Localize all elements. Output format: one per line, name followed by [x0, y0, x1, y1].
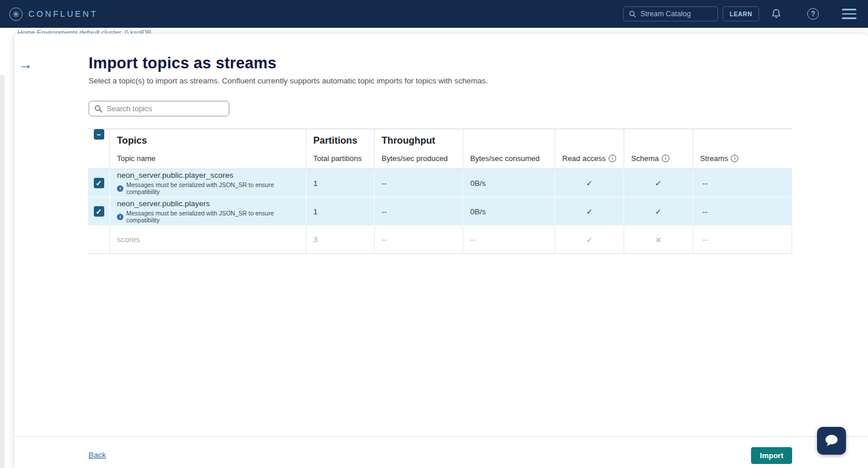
bytes-produced-value: -- [375, 198, 463, 225]
schema-cross-icon: ✕ [624, 226, 693, 253]
partitions-value: 1 [306, 198, 375, 225]
topic-name: scores [117, 235, 140, 244]
hamburger-icon [842, 9, 856, 19]
footer-divider [14, 436, 868, 437]
header-schema: Schemai [624, 129, 693, 169]
stream-catalog-input[interactable] [640, 10, 710, 18]
streams-value: -- [693, 198, 792, 225]
confluent-logo[interactable]: CONFLUENT [9, 8, 98, 21]
topic-name: neon_server.public.players [117, 199, 210, 208]
header-read-access: Read accessi [555, 129, 624, 169]
info-icon[interactable]: i [731, 155, 738, 162]
partitions-value: 3 [306, 226, 375, 253]
page-subtitle: Select a topic(s) to import as streams. … [89, 76, 488, 85]
table-row-scores: scores 3 -- -- ✓ ✕ -- [88, 226, 792, 254]
bell-icon [770, 8, 782, 20]
notifications-button[interactable] [764, 0, 788, 28]
bytes-produced-value: -- [375, 226, 463, 253]
schema-check-icon: ✓ [624, 198, 693, 225]
read-access-check-icon: ✓ [555, 169, 624, 197]
header-throughput-consumed: Bytes/sec consumed [463, 129, 555, 169]
confluent-spark-icon [9, 8, 23, 21]
import-button[interactable]: Import [751, 447, 792, 464]
collapse-panel-arrow-icon[interactable]: → [18, 57, 33, 72]
row-checkbox[interactable]: ✓ [94, 206, 104, 217]
main-menu-button[interactable] [837, 0, 860, 28]
question-icon: ? [807, 8, 819, 20]
empty-checkbox-cell [88, 226, 110, 253]
help-button[interactable]: ? [801, 0, 825, 28]
page-title: Import topics as streams [89, 54, 276, 72]
topics-table: − Topics Topic name Partitions Total par… [88, 129, 792, 254]
streams-value: -- [693, 169, 792, 197]
search-icon [94, 105, 102, 113]
serialization-note: i Messages must be serialized with JSON_… [117, 210, 306, 224]
read-access-check-icon: ✓ [555, 226, 624, 253]
chat-bubble-icon [823, 433, 840, 448]
topic-name: neon_server.public.player_scores [117, 171, 233, 180]
stream-catalog-search[interactable] [623, 6, 718, 21]
select-all-checkbox[interactable]: − [94, 129, 104, 140]
import-topics-panel: → Import topics as streams Select a topi… [14, 34, 868, 468]
schema-check-icon: ✓ [624, 169, 693, 197]
chat-fab-button[interactable] [817, 427, 846, 455]
header-checkbox-cell: − [88, 129, 110, 169]
search-topics-input[interactable] [107, 104, 217, 113]
streams-value: -- [693, 226, 792, 253]
header-partitions: Partitions Total partitions [306, 129, 375, 169]
bytes-consumed-value: 0B/s [463, 169, 555, 197]
learn-button[interactable]: LEARN [723, 6, 759, 21]
info-icon: i [117, 214, 123, 220]
collapsed-sidebar-rail [0, 75, 5, 468]
bytes-consumed-value: 0B/s [463, 198, 555, 225]
info-icon[interactable]: i [609, 155, 616, 162]
bytes-consumed-value: -- [463, 226, 555, 253]
header-topics: Topics Topic name [110, 129, 306, 169]
table-row-players[interactable]: ✓ neon_server.public.players i Messages … [88, 198, 792, 225]
info-icon: i [117, 185, 123, 192]
search-topics-field[interactable] [89, 101, 229, 116]
bytes-produced-value: -- [375, 169, 463, 197]
header-throughput-produced: Throughput Bytes/sec produced [375, 129, 463, 169]
info-icon[interactable]: i [662, 155, 669, 162]
header-streams: Streamsi [693, 129, 792, 169]
read-access-check-icon: ✓ [555, 198, 624, 225]
serialization-note: i Messages must be serialized with JSON_… [117, 181, 306, 195]
top-navbar: CONFLUENT LEARN ? [0, 0, 868, 28]
table-row-player-scores[interactable]: ✓ neon_server.public.player_scores i Mes… [88, 169, 792, 197]
search-icon [629, 10, 636, 18]
brand-name: CONFLUENT [28, 9, 98, 19]
back-link[interactable]: Back [89, 451, 106, 459]
app-window: CONFLUENT LEARN ? Home Environments [0, 0, 868, 468]
row-checkbox[interactable]: ✓ [94, 178, 104, 188]
table-header-row: − Topics Topic name Partitions Total par… [88, 129, 792, 169]
partitions-value: 1 [306, 169, 375, 197]
